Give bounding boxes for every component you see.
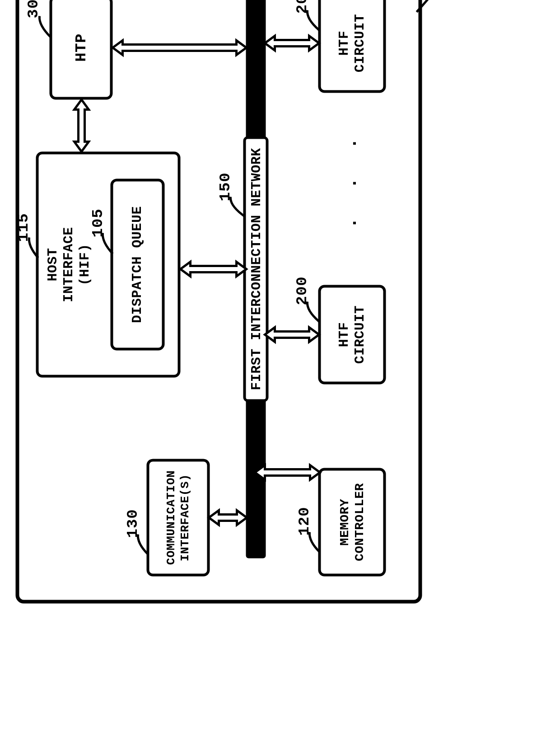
ref-comm: 130 (124, 509, 141, 538)
htf-circuit-block-1: HTF CIRCUIT (318, 285, 386, 385)
hif-label-line3: (HIF) (77, 244, 93, 286)
dispatch-queue-block: DISPATCH QUEUE (111, 179, 165, 351)
ref-mem: 120 (296, 507, 313, 535)
ref-dispatch: 105 (89, 208, 107, 237)
htf-circuit-block-2: HTF CIRCUIT (318, 0, 386, 93)
htf1-label-line1: HTF (336, 322, 352, 347)
communication-interface-block: COMMUNICATION INTERFACE(S) (147, 459, 210, 577)
mem-label-line1: MEMORY (337, 499, 352, 546)
htp-label: HTP (72, 33, 90, 62)
ref-htf1: 200 (294, 276, 311, 305)
htp-block: HTP (50, 0, 113, 100)
ref-bus: 150 (217, 172, 234, 201)
ref-htp: 300 (25, 0, 42, 19)
comm-label-line1: COMMUNICATION (164, 470, 178, 565)
ref-hif: 115 (15, 213, 32, 242)
hif-label-line2: INTERFACE (61, 227, 77, 302)
interconnection-network-label: FIRST INTERCONNECTION NETWORK (243, 136, 269, 402)
ref-htf2: 200 (294, 0, 311, 14)
hif-label-line1: HOST (45, 248, 61, 282)
mem-label-line2: CONTROLLER (352, 483, 367, 561)
htf2-label-line2: CIRCUIT (352, 14, 368, 73)
comm-label-line2: INTERFACE(S) (178, 474, 192, 561)
dispatch-queue-label: DISPATCH QUEUE (130, 206, 145, 323)
htf2-label-line1: HTF (336, 31, 352, 56)
memory-controller-block: MEMORY CONTROLLER (318, 468, 386, 577)
interconnection-network-bus: FIRST INTERCONNECTION NETWORK (246, 0, 266, 559)
ellipsis: . . . (341, 129, 361, 228)
htf1-label-line2: CIRCUIT (352, 305, 368, 364)
